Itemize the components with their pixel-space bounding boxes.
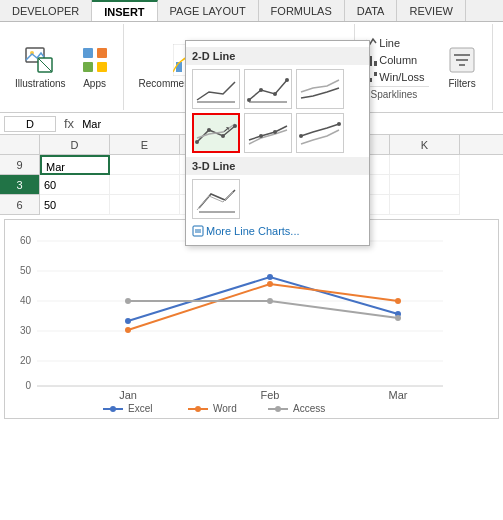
ribbon-group-illustrations: Illustrations Apps [4,24,124,110]
svg-text:20: 20 [20,355,32,366]
dropdown-2d-title: 2-D Line [186,47,369,65]
svg-rect-6 [83,62,93,72]
svg-text:Excel: Excel [128,403,152,414]
cell-k6[interactable] [390,195,460,215]
svg-rect-7 [97,62,107,72]
svg-text:60: 60 [20,235,32,246]
filters-button[interactable]: Filters [440,41,484,93]
svg-point-51 [267,298,273,304]
charts-dropdown: 2-D Line ↗ [185,40,370,246]
apps-icon [79,44,111,76]
svg-point-50 [125,298,131,304]
svg-point-73 [259,134,263,138]
svg-text:Feb: Feb [261,389,280,401]
more-line-charts-label: More Line Charts... [206,225,300,237]
svg-text:30: 30 [20,325,32,336]
tab-insert[interactable]: INSERT [92,0,157,21]
svg-text:Access: Access [293,403,325,414]
col-header-d: D [40,135,110,154]
cell-k9[interactable] [390,155,460,175]
svg-point-66 [285,78,289,82]
svg-text:↗: ↗ [223,125,230,134]
col-header-e: E [110,135,180,154]
ribbon-group-filters: Filters [433,24,493,110]
chart-thumb-line2[interactable] [244,69,292,109]
svg-rect-4 [83,48,93,58]
chart-area: 60 50 40 30 20 0 Jan Feb Mar [4,219,499,419]
chart-grid-3d [192,179,363,219]
svg-point-74 [273,130,277,134]
cell-reference[interactable] [4,116,56,132]
svg-point-49 [395,298,401,304]
svg-point-64 [259,88,263,92]
svg-point-63 [247,98,251,102]
illustrations-icon [24,44,56,76]
chart-thumb-line4[interactable]: ↗ [192,113,240,153]
filters-label: Filters [448,78,475,90]
svg-text:40: 40 [20,295,32,306]
cell-d6[interactable]: 50 [40,195,110,215]
dropdown-3d-title: 3-D Line [186,157,369,175]
svg-text:50: 50 [20,265,32,276]
svg-text:Jan: Jan [119,389,137,401]
fx-icon: fx [60,116,78,131]
svg-text:Word: Word [213,403,237,414]
svg-rect-24 [374,72,377,76]
tab-review[interactable]: REVIEW [397,0,465,21]
svg-point-57 [195,406,201,412]
svg-point-65 [273,92,277,96]
cell-e6[interactable] [110,195,180,215]
svg-rect-78 [193,226,203,236]
ribbon-tab-bar: DEVELOPER INSERT PAGE LAYOUT FORMULAS DA… [0,0,503,22]
svg-point-76 [337,122,341,126]
svg-point-60 [275,406,281,412]
chart-thumb-line3[interactable] [296,69,344,109]
svg-point-52 [395,315,401,321]
svg-point-45 [267,274,273,280]
tab-page-layout[interactable]: PAGE LAYOUT [158,0,259,21]
svg-rect-21 [374,61,377,66]
chart-grid-2d: ↗ [192,69,363,153]
svg-point-69 [207,128,211,132]
svg-point-68 [195,140,199,144]
illustrations-button[interactable]: Illustrations [10,41,71,93]
svg-point-75 [299,134,303,138]
tab-formulas[interactable]: FORMULAS [259,0,345,21]
row-num-6: 6 [0,195,40,215]
svg-rect-5 [97,48,107,58]
chart-thumb-line5[interactable] [244,113,292,153]
filters-icon [446,44,478,76]
illustrations-label: Illustrations [15,78,66,90]
apps-button[interactable]: Apps [73,41,117,93]
row-num-9: 9 [0,155,40,175]
cell-e3[interactable] [110,175,180,195]
svg-point-44 [125,318,131,324]
svg-point-48 [267,281,273,287]
svg-text:Mar: Mar [389,389,408,401]
more-line-charts-link[interactable]: More Line Charts... [192,223,363,239]
svg-point-54 [110,406,116,412]
chart-thumb-line3d[interactable] [192,179,240,219]
cell-d9[interactable]: Mar [40,155,110,175]
svg-text:0: 0 [25,380,31,391]
chart-thumb-line6[interactable] [296,113,344,153]
tab-data[interactable]: DATA [345,0,398,21]
chart-thumb-line1[interactable] [192,69,240,109]
svg-point-70 [221,134,225,138]
apps-label: Apps [83,78,106,90]
row-num-3: 3 [0,175,40,195]
cell-e9[interactable] [110,155,180,175]
cell-d3[interactable]: 60 [40,175,110,195]
svg-point-47 [125,327,131,333]
col-header-k: K [390,135,460,154]
tab-developer[interactable]: DEVELOPER [0,0,92,21]
cell-k3[interactable] [390,175,460,195]
svg-point-71 [233,124,237,128]
